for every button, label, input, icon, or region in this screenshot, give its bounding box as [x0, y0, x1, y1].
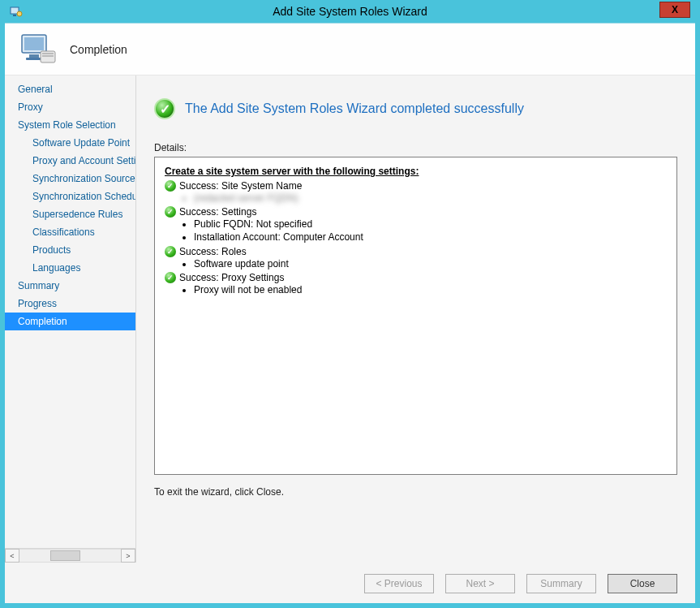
result-title: Success: Proxy Settings	[179, 272, 284, 283]
svg-rect-5	[29, 54, 39, 58]
nav-item-system-role-selection[interactable]: System Role Selection	[5, 116, 135, 134]
result-bullets: Public FQDN: Not specifiedInstallation A…	[194, 218, 667, 244]
page-title: Completion	[70, 43, 127, 56]
result-row: ✓Success: Roles	[165, 246, 667, 257]
next-button[interactable]: Next >	[445, 574, 515, 593]
result-sections: ✓Success: Site System Name(redacted serv…	[165, 180, 667, 296]
success-message: The Add Site System Roles Wizard complet…	[185, 101, 524, 116]
wizard-header: Completion	[5, 24, 695, 75]
scroll-right-button[interactable]: >	[121, 549, 135, 563]
summary-button[interactable]: Summary	[526, 574, 596, 593]
wizard-buttons: < Previous Next > Summary Close	[5, 563, 695, 603]
success-check-small-icon: ✓	[165, 246, 176, 257]
result-row: ✓Success: Site System Name	[165, 180, 667, 192]
svg-rect-6	[26, 58, 42, 60]
nav-item-proxy-and-account-settings[interactable]: Proxy and Account Settings	[5, 152, 135, 170]
settings-heading: Create a site system server with the fol…	[165, 166, 667, 177]
nav-item-completion[interactable]: Completion	[5, 313, 135, 330]
window-title: Add Site System Roles Wizard	[5, 5, 695, 18]
result-row: ✓Success: Proxy Settings	[165, 272, 667, 283]
nav-item-products[interactable]: Products	[5, 241, 135, 259]
nav-item-progress[interactable]: Progress	[5, 295, 135, 313]
scroll-thumb[interactable]	[50, 550, 81, 561]
nav-item-synchronization-schedule[interactable]: Synchronization Schedule	[5, 188, 135, 205]
result-title: Success: Roles	[179, 246, 247, 257]
result-bullets: Software update point	[194, 257, 667, 270]
sidebar-horizontal-scrollbar[interactable]: < >	[5, 548, 135, 563]
body-split: GeneralProxySystem Role SelectionSoftwar…	[5, 75, 695, 563]
result-title: Success: Settings	[179, 206, 256, 218]
success-check-small-icon: ✓	[165, 206, 176, 218]
success-check-small-icon: ✓	[165, 180, 176, 192]
nav-list: GeneralProxySystem Role SelectionSoftwar…	[5, 75, 135, 548]
computer-icon	[19, 32, 58, 67]
svg-point-2	[17, 11, 22, 16]
result-bullet: (redacted server FQDN)	[194, 192, 667, 205]
sidebar: GeneralProxySystem Role SelectionSoftwar…	[5, 75, 136, 563]
nav-item-proxy[interactable]: Proxy	[5, 98, 135, 116]
result-title: Success: Site System Name	[179, 180, 302, 192]
result-bullet: Software update point	[194, 257, 667, 270]
wizard-window: Add Site System Roles Wizard X Completio…	[5, 0, 695, 603]
result-row: ✓Success: Settings	[165, 206, 667, 218]
nav-item-supersedence-rules[interactable]: Supersedence Rules	[5, 205, 135, 223]
content-pane: ✓ The Add Site System Roles Wizard compl…	[136, 75, 695, 563]
scroll-track[interactable]	[19, 549, 121, 563]
titlebar: Add Site System Roles Wizard X	[5, 0, 695, 23]
svg-rect-4	[24, 37, 44, 50]
exit-instruction: To exit the wizard, click Close.	[154, 486, 677, 498]
result-bullets: (redacted server FQDN)	[194, 192, 667, 205]
svg-rect-9	[42, 55, 54, 57]
nav-item-summary[interactable]: Summary	[5, 277, 135, 295]
previous-button[interactable]: < Previous	[364, 574, 434, 593]
success-banner: ✓ The Add Site System Roles Wizard compl…	[154, 98, 677, 119]
nav-item-general[interactable]: General	[5, 80, 135, 98]
nav-item-languages[interactable]: Languages	[5, 259, 135, 277]
success-check-icon: ✓	[154, 98, 175, 119]
nav-item-synchronization-source[interactable]: Synchronization Source	[5, 170, 135, 188]
result-bullets: Proxy will not be enabled	[194, 283, 667, 296]
nav-item-software-update-point[interactable]: Software Update Point	[5, 134, 135, 152]
details-label: Details:	[154, 142, 677, 153]
result-bullet: Public FQDN: Not specified	[194, 218, 667, 231]
nav-item-classifications[interactable]: Classifications	[5, 223, 135, 241]
svg-rect-8	[42, 53, 54, 54]
window-body: Completion GeneralProxySystem Role Selec…	[5, 23, 695, 603]
app-icon	[8, 3, 24, 19]
success-check-small-icon: ✓	[165, 272, 176, 283]
details-box: Create a site system server with the fol…	[154, 157, 677, 475]
result-bullet: Proxy will not be enabled	[194, 283, 667, 296]
window-close-button[interactable]: X	[659, 2, 690, 18]
result-bullet: Installation Account: Computer Account	[194, 231, 667, 244]
scroll-left-button[interactable]: <	[5, 549, 19, 563]
close-button[interactable]: Close	[608, 574, 677, 593]
svg-rect-1	[13, 15, 16, 16]
